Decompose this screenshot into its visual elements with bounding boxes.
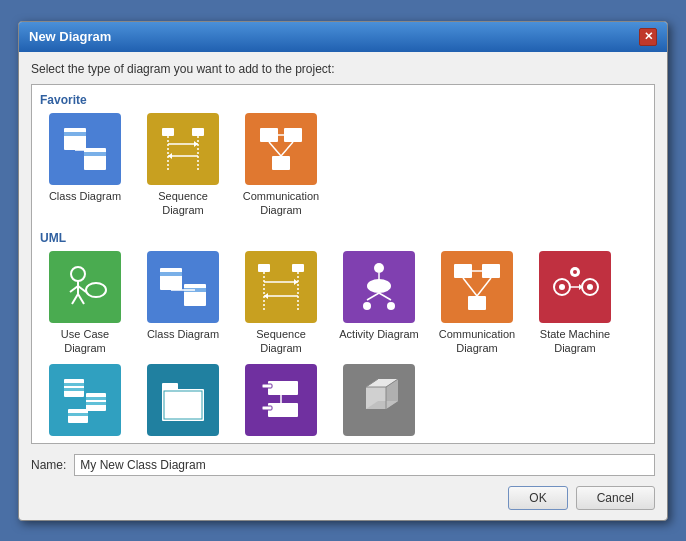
svg-line-22 — [78, 286, 86, 292]
title-bar: New Diagram ✕ — [19, 22, 667, 52]
diagram-label-fav-communication: Communication Diagram — [236, 189, 326, 218]
diagram-label-uml-object: Object Diagram — [47, 440, 123, 444]
svg-line-18 — [281, 142, 293, 156]
package-diagram-icon — [156, 373, 210, 427]
deployment-diagram-icon — [352, 373, 406, 427]
svg-line-21 — [70, 286, 78, 292]
svg-rect-72 — [262, 384, 272, 388]
diagram-icon-uml-package — [147, 364, 219, 436]
svg-rect-3 — [84, 152, 106, 156]
button-row: OK Cancel — [31, 486, 655, 510]
cancel-button[interactable]: Cancel — [576, 486, 655, 510]
close-button[interactable]: ✕ — [639, 28, 657, 46]
communication-diagram-icon-fav — [254, 122, 308, 176]
diagram-item-fav-class[interactable]: Class Diagram — [40, 113, 130, 218]
diagram-item-fav-sequence[interactable]: Sequence Diagram — [138, 113, 228, 218]
svg-point-57 — [587, 284, 593, 290]
diagram-item-uml-statemachine[interactable]: State Machine Diagram — [530, 251, 620, 356]
favorite-grid: Class Diagram — [40, 113, 646, 218]
svg-rect-1 — [64, 132, 86, 136]
svg-rect-62 — [64, 388, 84, 391]
svg-rect-13 — [260, 128, 278, 142]
diagram-label-uml-component: Component Diagram — [236, 440, 326, 444]
diagram-item-uml-class[interactable]: Class Diagram — [138, 251, 228, 356]
svg-rect-74 — [262, 406, 272, 410]
ok-button[interactable]: OK — [508, 486, 567, 510]
svg-point-53 — [559, 284, 565, 290]
svg-rect-31 — [258, 264, 270, 272]
svg-rect-0 — [64, 128, 86, 150]
diagram-icon-uml-class — [147, 251, 219, 323]
diagram-icon-uml-deployment — [343, 364, 415, 436]
name-label: Name: — [31, 458, 66, 472]
diagram-icon-uml-communication — [441, 251, 513, 323]
diagram-item-uml-sequence[interactable]: Sequence Diagram — [236, 251, 326, 356]
svg-rect-67 — [68, 413, 88, 416]
svg-line-24 — [78, 294, 84, 304]
svg-rect-47 — [482, 264, 500, 278]
diagram-icon-uml-object — [49, 364, 121, 436]
diagram-item-fav-communication[interactable]: Communication Diagram — [236, 113, 326, 218]
diagram-item-uml-package[interactable]: Package Diagram — [138, 364, 228, 444]
diagram-icon-fav-class — [49, 113, 121, 185]
instruction-text: Select the type of diagram you want to a… — [31, 62, 655, 76]
dialog-title: New Diagram — [29, 29, 111, 44]
svg-rect-71 — [268, 381, 298, 395]
svg-rect-2 — [84, 148, 106, 170]
svg-rect-64 — [86, 397, 106, 400]
diagram-item-uml-component[interactable]: Component Diagram — [236, 364, 326, 444]
diagram-label-uml-activity: Activity Diagram — [339, 327, 418, 341]
svg-rect-69 — [162, 383, 178, 391]
svg-rect-27 — [160, 272, 182, 276]
diagram-label-uml-sequence: Sequence Diagram — [236, 327, 326, 356]
sequence-diagram-icon — [156, 122, 210, 176]
diagram-label-uml-statemachine: State Machine Diagram — [530, 327, 620, 356]
svg-point-59 — [573, 270, 577, 274]
svg-rect-14 — [284, 128, 302, 142]
svg-point-44 — [363, 302, 371, 310]
svg-line-43 — [379, 293, 391, 300]
svg-point-39 — [374, 263, 384, 273]
svg-rect-68 — [162, 389, 204, 421]
object-diagram-icon — [58, 373, 112, 427]
diagram-item-uml-object[interactable]: Object Diagram — [40, 364, 130, 444]
diagram-item-uml-communication[interactable]: Communication Diagram — [432, 251, 522, 356]
svg-rect-5 — [162, 128, 174, 136]
diagram-icon-uml-sequence — [245, 251, 317, 323]
diagram-label-fav-sequence: Sequence Diagram — [138, 189, 228, 218]
statemachine-diagram-icon — [548, 260, 602, 314]
svg-line-17 — [269, 142, 281, 156]
diagram-icon-uml-component — [245, 364, 317, 436]
diagram-scroll-area[interactable]: Favorite Class Diagram — [31, 84, 655, 444]
diagram-icon-fav-communication — [245, 113, 317, 185]
diagram-icon-uml-usecase — [49, 251, 121, 323]
svg-line-50 — [463, 278, 477, 296]
class-diagram-uml-icon — [156, 260, 210, 314]
communication-diagram-uml-icon — [450, 260, 504, 314]
svg-line-23 — [72, 294, 78, 304]
diagram-label-uml-deployment: Deployment Diagram — [334, 440, 424, 444]
diagram-label-uml-communication: Communication Diagram — [432, 327, 522, 356]
diagram-label-fav-class: Class Diagram — [49, 189, 121, 203]
diagram-icon-uml-statemachine — [539, 251, 611, 323]
svg-rect-32 — [292, 264, 304, 272]
svg-line-51 — [477, 278, 491, 296]
diagram-item-uml-activity[interactable]: Activity Diagram — [334, 251, 424, 356]
svg-rect-73 — [268, 403, 298, 417]
diagram-label-uml-usecase: Use Case Diagram — [40, 327, 130, 356]
svg-rect-26 — [160, 268, 182, 290]
diagram-item-uml-deployment[interactable]: Deployment Diagram — [334, 364, 424, 444]
diagram-item-uml-usecase[interactable]: Use Case Diagram — [40, 251, 130, 356]
name-row: Name: — [31, 454, 655, 476]
new-diagram-dialog: New Diagram ✕ Select the type of diagram… — [18, 21, 668, 521]
svg-rect-28 — [184, 284, 206, 306]
diagram-name-input[interactable] — [74, 454, 655, 476]
svg-rect-48 — [468, 296, 486, 310]
component-diagram-icon — [254, 373, 308, 427]
sequence-diagram-uml-icon — [254, 260, 308, 314]
activity-diagram-icon — [352, 260, 406, 314]
diagram-icon-uml-activity — [343, 251, 415, 323]
diagram-label-uml-package: Package Diagram — [139, 440, 226, 444]
diagram-label-uml-class: Class Diagram — [147, 327, 219, 341]
uml-grid: Use Case Diagram Class Diagram — [40, 251, 646, 443]
